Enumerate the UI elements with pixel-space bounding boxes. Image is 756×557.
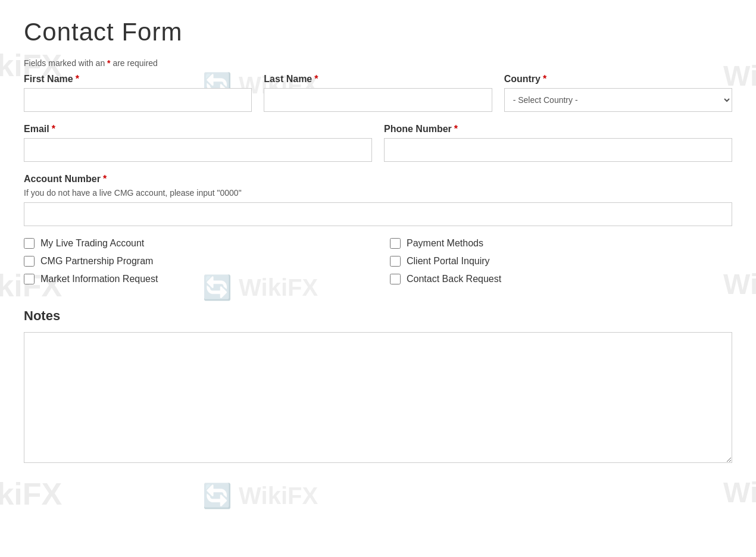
checkbox-live-trading: My Live Trading Account — [24, 238, 366, 249]
payment-methods-label[interactable]: Payment Methods — [407, 238, 483, 249]
phone-required: * — [454, 124, 458, 134]
last-name-group: Last Name * — [264, 74, 492, 112]
page-title: Contact Form — [24, 18, 732, 46]
country-label: Country * — [504, 74, 732, 85]
phone-group: Phone Number * — [384, 124, 732, 162]
checkboxes-section: My Live Trading Account CMG Partnership … — [24, 238, 732, 284]
market-info-label[interactable]: Market Information Request — [40, 274, 158, 284]
email-group: Email * — [24, 124, 372, 162]
email-required: * — [52, 124, 55, 134]
checkbox-cmg-partnership: CMG Partnership Program — [24, 256, 366, 267]
contact-back-checkbox[interactable] — [390, 274, 401, 284]
watermark-7: ikiFX — [0, 476, 62, 481]
checkbox-column-right: Payment Methods Client Portal Inquiry Co… — [390, 238, 732, 284]
account-number-input[interactable] — [24, 202, 732, 226]
notes-textarea[interactable] — [24, 332, 732, 463]
form-row-1: First Name * Last Name * Country * - Sel… — [24, 74, 732, 112]
last-name-required: * — [314, 74, 318, 85]
checkbox-payment-methods: Payment Methods — [390, 238, 732, 249]
checkbox-column-left: My Live Trading Account CMG Partnership … — [24, 238, 366, 284]
email-label: Email * — [24, 124, 372, 134]
required-note: Fields marked with an * are required — [24, 58, 732, 68]
last-name-label: Last Name * — [264, 74, 492, 85]
country-group: Country * - Select Country - United Stat… — [504, 74, 732, 112]
first-name-required: * — [76, 74, 79, 85]
phone-input[interactable] — [384, 138, 732, 162]
first-name-input[interactable] — [24, 88, 252, 112]
payment-methods-checkbox[interactable] — [390, 238, 401, 249]
required-asterisk: * — [107, 58, 113, 68]
account-number-label: Account Number * — [24, 174, 732, 184]
cmg-partnership-label[interactable]: CMG Partnership Program — [40, 256, 153, 267]
account-number-note: If you do not have a live CMG account, p… — [24, 188, 732, 198]
last-name-input[interactable] — [264, 88, 492, 112]
first-name-label: First Name * — [24, 74, 252, 85]
country-required: * — [543, 74, 546, 85]
form-row-2: Email * Phone Number * — [24, 124, 732, 162]
client-portal-label[interactable]: Client Portal Inquiry — [407, 256, 490, 267]
watermark-9: Wik — [723, 476, 756, 481]
account-number-group: Account Number * If you do not have a li… — [24, 174, 732, 226]
live-trading-label[interactable]: My Live Trading Account — [40, 238, 144, 249]
account-number-required: * — [103, 174, 107, 184]
checkbox-market-info: Market Information Request — [24, 274, 366, 284]
first-name-group: First Name * — [24, 74, 252, 112]
market-info-checkbox[interactable] — [24, 274, 35, 284]
country-select[interactable]: - Select Country - United States United … — [504, 88, 732, 112]
checkbox-contact-back: Contact Back Request — [390, 274, 732, 284]
notes-group: Notes — [24, 302, 732, 463]
contact-back-label[interactable]: Contact Back Request — [407, 274, 501, 284]
cmg-partnership-checkbox[interactable] — [24, 256, 35, 267]
phone-label: Phone Number * — [384, 124, 732, 134]
notes-label: Notes — [24, 308, 732, 324]
live-trading-checkbox[interactable] — [24, 238, 35, 249]
client-portal-checkbox[interactable] — [390, 256, 401, 267]
email-input[interactable] — [24, 138, 372, 162]
checkbox-client-portal: Client Portal Inquiry — [390, 256, 732, 267]
